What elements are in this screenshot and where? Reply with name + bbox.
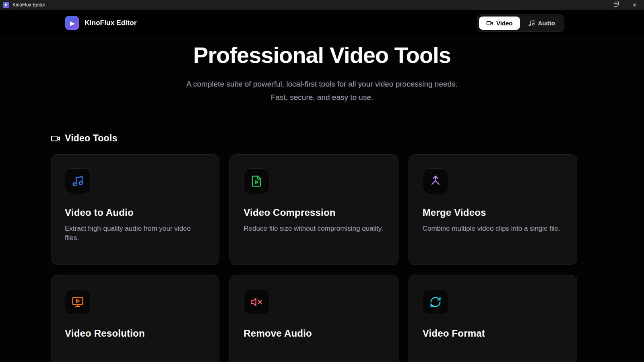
video-camera-icon [51, 134, 60, 143]
card-icon-box [244, 168, 269, 194]
card-icon-box [423, 168, 448, 194]
restore-icon [614, 3, 617, 7]
card-icon-box [65, 289, 91, 315]
restore-button[interactable] [606, 0, 625, 10]
volume-x-icon [250, 296, 262, 308]
brand-name: KinoFlux Editor [85, 19, 137, 27]
subtitle-line-1: A complete suite of powerful, local-firs… [186, 80, 458, 88]
card-title: Video to Audio [65, 207, 205, 218]
card-title: Video Compression [244, 207, 384, 218]
card-video-resolution[interactable]: Video Resolution [51, 275, 219, 362]
merge-icon [429, 175, 442, 187]
window-title: KinoFlux Editor [12, 2, 45, 8]
card-remove-audio[interactable]: Remove Audio [229, 275, 398, 362]
card-video-format[interactable]: Video Format [409, 275, 577, 362]
music-note-icon [528, 20, 535, 27]
card-description: Extract high-quality audio from your vid… [65, 224, 205, 243]
card-video-compression[interactable]: Video Compression Reduce file size witho… [229, 154, 398, 265]
video-camera-icon [486, 20, 493, 27]
music-icon [72, 175, 84, 187]
card-title: Merge Videos [423, 207, 563, 218]
main-content: Video Tools Video to Audio Extract high-… [51, 133, 577, 362]
card-video-to-audio[interactable]: Video to Audio Extract high-quality audi… [51, 154, 219, 265]
card-icon-box [244, 289, 269, 315]
monitor-play-icon [72, 296, 84, 308]
tab-video[interactable]: Video [479, 17, 520, 30]
brand-logo-icon: ▶ [65, 16, 79, 30]
card-description: Reduce file size without compromising qu… [244, 224, 384, 234]
card-merge-videos[interactable]: Merge Videos Combine multiple video clip… [409, 154, 577, 265]
card-title: Video Resolution [65, 328, 205, 339]
close-icon: ✕ [632, 2, 637, 8]
brand: ▶ KinoFlux Editor [65, 16, 137, 30]
card-title: Remove Audio [244, 328, 384, 339]
card-icon-box [65, 168, 91, 194]
tab-video-label: Video [496, 20, 513, 27]
close-button[interactable]: ✕ [625, 0, 644, 10]
minimize-icon [595, 5, 599, 5]
section-title: Video Tools [65, 133, 117, 144]
tab-audio[interactable]: Audio [521, 17, 563, 30]
file-video-icon [250, 175, 262, 187]
mode-toggle: Video Audio [477, 14, 564, 32]
app-header: ▶ KinoFlux Editor Video Audio [0, 10, 644, 36]
card-title: Video Format [423, 328, 563, 339]
page-title: Professional Video Tools [0, 41, 644, 69]
card-description: Combine multiple video clips into a sing… [423, 224, 563, 234]
tab-audio-label: Audio [538, 20, 555, 27]
minimize-button[interactable] [587, 0, 606, 10]
subtitle-line-2: Fast, secure, and easy to use. [271, 93, 374, 101]
tools-grid: Video to Audio Extract high-quality audi… [51, 154, 577, 362]
page-subtitle: A complete suite of powerful, local-firs… [181, 77, 463, 104]
refresh-cw-icon [429, 296, 442, 308]
app-icon: ▶ [3, 2, 9, 8]
card-icon-box [423, 289, 448, 315]
hero: Professional Video Tools A complete suit… [0, 36, 644, 104]
section-video-tools: Video Tools [51, 133, 577, 144]
window-titlebar: ▶ KinoFlux Editor ✕ [0, 0, 644, 10]
